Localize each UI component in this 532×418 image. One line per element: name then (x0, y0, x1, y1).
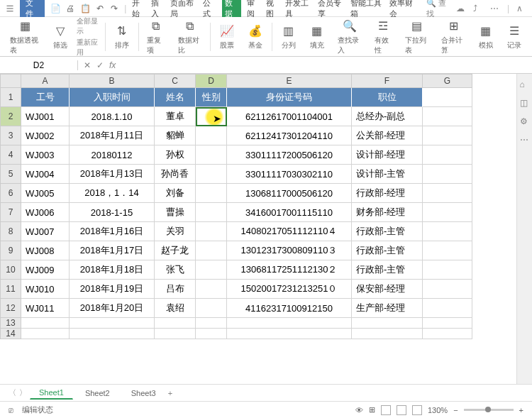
cell[interactable]: WJ003 (21, 145, 70, 165)
cell[interactable]: 13068117000506120 (227, 184, 352, 203)
row-header-7[interactable]: 7 (0, 203, 21, 222)
cancel-icon[interactable]: ✕ (84, 60, 91, 70)
cell[interactable] (21, 329, 70, 339)
cell[interactable] (196, 329, 227, 339)
cell[interactable] (155, 329, 196, 339)
row-header-13[interactable]: 13 (0, 318, 21, 329)
share-icon[interactable]: ⤴ (473, 4, 483, 13)
cell[interactable] (423, 280, 472, 299)
merge-button[interactable]: ⊞合并计算 (437, 18, 470, 55)
cell[interactable] (423, 222, 472, 241)
tab-finance[interactable]: 效率财会 (389, 0, 416, 19)
cell[interactable]: 15020017231213251０ (227, 280, 352, 299)
cell[interactable] (423, 329, 472, 339)
stock-button[interactable]: 📈股票 (215, 23, 239, 50)
cell[interactable] (423, 145, 472, 165)
header-cell[interactable]: 性别 (196, 88, 227, 107)
row-header-5[interactable]: 5 (0, 165, 21, 184)
row-header-8[interactable]: 8 (0, 222, 21, 241)
cell[interactable] (196, 145, 227, 165)
cell[interactable]: WJ005 (21, 184, 70, 203)
cell[interactable] (21, 318, 70, 329)
sheet-prev[interactable]: 〈 (9, 387, 16, 398)
view-page[interactable] (397, 405, 406, 415)
cell[interactable]: 行政部-经理 (352, 184, 423, 203)
cell[interactable]: 曹操 (155, 203, 196, 222)
cell[interactable]: WJ007 (21, 222, 70, 241)
col-header-F[interactable]: F (352, 74, 423, 88)
cell[interactable]: 公关部-经理 (352, 126, 423, 145)
row-header-1[interactable]: 1 (0, 88, 21, 107)
cell[interactable] (352, 329, 423, 339)
row-header-3[interactable]: 3 (0, 126, 21, 145)
view-break[interactable] (412, 405, 422, 415)
sim-button[interactable]: ▦模拟 (474, 23, 498, 50)
header-cell[interactable]: 身份证号码 (227, 88, 352, 107)
pivot-button[interactable]: ▦数据透视表 (6, 18, 44, 55)
cell[interactable]: 13012317300809110３ (227, 241, 352, 260)
sheet-tab-1[interactable]: Sheet1 (30, 386, 73, 400)
cell[interactable]: 2018年1月18日 (70, 260, 155, 280)
row-header-11[interactable]: 11 (0, 280, 21, 299)
sheet-tab-3[interactable]: Sheet3 (122, 387, 165, 400)
tab-start[interactable]: 开始 (132, 0, 145, 19)
cell[interactable]: 总经办-副总 (352, 107, 423, 126)
eye-icon[interactable]: 👁 (355, 406, 363, 414)
panel-select-icon[interactable]: ◫ (520, 98, 530, 108)
cell[interactable]: 2018年1月11日 (70, 126, 155, 145)
cell[interactable]: 设计部-主管 (352, 165, 423, 184)
row-header-10[interactable]: 10 (0, 260, 21, 280)
zoom-out[interactable]: − (453, 406, 458, 414)
show-all[interactable]: 全部显示 (77, 16, 101, 36)
row-header-14[interactable]: 14 (0, 329, 21, 339)
cell[interactable]: 生产部-经理 (352, 299, 423, 318)
cell[interactable]: 2018年1月13日 (70, 165, 155, 184)
cell[interactable]: 2018.1.10 (70, 107, 155, 126)
tab-member[interactable]: 会员专享 (318, 0, 345, 19)
cell[interactable]: 62112417301204110 (227, 126, 352, 145)
cell[interactable] (423, 260, 472, 280)
save-icon[interactable]: 📄 (50, 4, 60, 13)
cell[interactable]: 设计部-经理 (352, 145, 423, 165)
cell[interactable]: 2018年1月19日 (70, 280, 155, 299)
cell[interactable]: 14080217051112110４ (227, 222, 352, 241)
row-header-9[interactable]: 9 (0, 241, 21, 260)
cell[interactable]: 2018年1月17日 (70, 241, 155, 260)
search-box[interactable]: 🔍 查找 (426, 0, 450, 19)
cell[interactable] (196, 165, 227, 184)
row-header-2[interactable]: 2 (0, 107, 21, 126)
cell[interactable]: 62112617001104001 (227, 107, 352, 126)
cell[interactable]: WJ001 (21, 107, 70, 126)
tab-smart[interactable]: 智能工具箱 (350, 0, 384, 19)
cell[interactable]: WJ011 (21, 299, 70, 318)
sheet-tab-2[interactable]: Sheet2 (76, 387, 119, 400)
name-box[interactable]: D2 (0, 60, 78, 70)
cell[interactable]: 2018-1-15 (70, 203, 155, 222)
cell[interactable] (155, 318, 196, 329)
cell[interactable]: 财务部-经理 (352, 203, 423, 222)
cell[interactable] (423, 318, 472, 329)
cell[interactable]: WJ004 (21, 165, 70, 184)
split-button[interactable]: ▥分列 (277, 23, 301, 50)
col-header-A[interactable]: A (21, 74, 70, 88)
cell[interactable] (196, 184, 227, 203)
tab-dev[interactable]: 开发工具 (285, 0, 312, 19)
cell[interactable] (70, 329, 155, 339)
view-normal[interactable] (381, 405, 391, 415)
row-header-6[interactable]: 6 (0, 184, 21, 203)
col-header-C[interactable]: C (155, 74, 196, 88)
cell[interactable]: 董卓 (155, 107, 196, 126)
cell[interactable]: WJ010 (21, 280, 70, 299)
cell[interactable]: 34160017001115110 (227, 203, 352, 222)
cell[interactable]: WJ006 (21, 203, 70, 222)
cell[interactable]: 2018，1．14 (70, 184, 155, 203)
cell[interactable]: 2018年1月20日 (70, 299, 155, 318)
cell[interactable]: 孙尚香 (155, 165, 196, 184)
cell[interactable] (196, 318, 227, 329)
cell[interactable]: 行政部-主管 (352, 241, 423, 260)
filter-button[interactable]: ▽筛选 (48, 23, 72, 50)
cell[interactable]: 袁绍 (155, 299, 196, 318)
zoom-in[interactable]: + (519, 406, 523, 414)
cell[interactable] (196, 280, 227, 299)
compare-button[interactable]: ⧉数据对比 (174, 18, 206, 55)
